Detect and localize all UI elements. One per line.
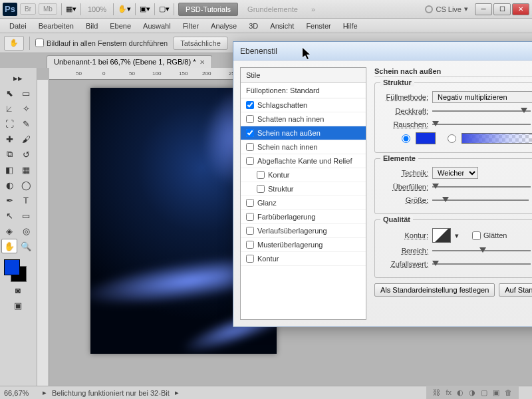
brush-tool[interactable]: 🖌 [18, 132, 34, 146]
3d-tool[interactable]: ◈ [1, 223, 17, 238]
document-tab[interactable]: Unbenannt-1 bei 66,7% (Ebene 1, RGB/8) *… [47, 55, 212, 68]
style-item-2[interactable]: Schein nach außen [241, 126, 366, 140]
size-slider[interactable] [432, 196, 529, 205]
adjust-icon[interactable]: ◑ [469, 388, 475, 397]
eraser-tool[interactable]: ◧ [1, 162, 17, 177]
folder-icon[interactable]: ▢ [481, 388, 487, 397]
kontur-thumbnail[interactable] [432, 228, 451, 243]
menu-filter[interactable]: Filter [178, 21, 204, 31]
blur-tool[interactable]: ◐ [1, 178, 17, 192]
jitter-slider[interactable] [432, 259, 531, 269]
chevron-right-icon[interactable]: » [307, 5, 319, 13]
style-item-11[interactable]: Kontur [241, 252, 366, 266]
menu-datei[interactable]: Datei [4, 21, 32, 31]
type-tool[interactable]: T [18, 193, 34, 207]
style-item-10[interactable]: Musterüberlagerung [241, 238, 366, 252]
tab-close-icon[interactable]: ✕ [200, 59, 205, 66]
eyedropper-tool[interactable]: ✎ [18, 116, 34, 131]
dialog-title[interactable]: Ebenenstil [233, 42, 532, 61]
hand-icon[interactable]: ✋▾ [118, 5, 131, 13]
gradient-radio[interactable] [448, 134, 456, 143]
style-checkbox[interactable] [246, 241, 254, 249]
screen-icon[interactable]: ▢▾ [159, 5, 170, 13]
styles-header[interactable]: Stile [241, 68, 366, 83]
workspace-psd-tutorials[interactable]: PSD-Tutorials [178, 3, 238, 16]
shape-tool[interactable]: ▭ [18, 208, 34, 223]
pen-tool[interactable]: ✒ [1, 193, 17, 207]
glow-color-chip[interactable] [416, 132, 436, 144]
style-item-3[interactable]: Schein nach innen [241, 140, 366, 154]
style-checkbox[interactable] [246, 255, 254, 263]
menu-hilfe[interactable]: Hilfe [338, 21, 363, 31]
menu-ansicht[interactable]: Ansicht [265, 21, 299, 31]
range-slider[interactable] [432, 246, 531, 255]
style-item-9[interactable]: Verlaufsüberlagerung [241, 224, 366, 238]
fx-icon[interactable]: fx [446, 388, 452, 396]
status-zoom[interactable]: 66,67% [4, 389, 37, 397]
path-tool[interactable]: ↖ [1, 208, 17, 223]
mb-button[interactable]: Mb [39, 3, 57, 15]
gradient-tool[interactable]: ▦ [18, 162, 34, 177]
maximize-button[interactable]: ☐ [493, 3, 511, 15]
color-radio[interactable] [402, 134, 410, 143]
menu-ebene[interactable]: Ebene [104, 21, 136, 31]
style-item-6[interactable]: Struktur [241, 182, 366, 196]
stamp-tool[interactable]: ⧉ [1, 147, 17, 162]
arrange-icon[interactable]: ▣▾ [140, 5, 150, 13]
crop-tool[interactable]: ⛶ [1, 116, 17, 131]
noise-slider[interactable] [432, 120, 531, 129]
panel-dock-icons[interactable]: ⛓ fx ◐ ◑ ▢ ▣ 🗑 [426, 386, 519, 399]
style-checkbox[interactable] [246, 157, 254, 165]
zoom-tool[interactable]: 🔍 [18, 239, 34, 253]
quickmask-tool[interactable]: ◙ [1, 283, 35, 297]
style-checkbox[interactable] [257, 185, 265, 193]
menu-bearbeiten[interactable]: Bearbeiten [33, 21, 79, 31]
mask-icon[interactable]: ◐ [457, 388, 464, 397]
style-checkbox[interactable] [246, 129, 254, 137]
menu-auswahl[interactable]: Auswahl [138, 21, 176, 31]
tools-collapse-icon[interactable]: ▸▸ [1, 70, 35, 85]
lasso-tool[interactable]: ⟀ [1, 101, 17, 116]
style-checkbox[interactable] [257, 171, 265, 179]
style-item-4[interactable]: Abgeflachte Kante und Relief [241, 154, 366, 168]
menu-analyse[interactable]: Analyse [205, 21, 242, 31]
history-tool[interactable]: ↺ [18, 147, 34, 162]
menu-fenster[interactable]: Fenster [301, 21, 336, 31]
style-checkbox[interactable] [246, 143, 254, 151]
zoom-level[interactable]: 100% [85, 5, 109, 13]
link-icon[interactable]: ⛓ [433, 388, 440, 396]
wand-tool[interactable]: ✧ [18, 101, 34, 116]
close-button[interactable]: ✕ [512, 3, 529, 15]
menu-bild[interactable]: Bild [80, 21, 103, 31]
style-item-8[interactable]: Farbüberlagerung [241, 210, 366, 224]
new-icon[interactable]: ▣ [493, 388, 499, 397]
style-checkbox[interactable] [246, 213, 254, 221]
glatten-checkbox[interactable]: Glätten [472, 231, 507, 240]
style-item-5[interactable]: Kontur [241, 168, 366, 182]
current-tool-icon[interactable]: ✋ [4, 36, 24, 51]
hand-tool[interactable]: ✋ [1, 239, 17, 253]
workspace-grundelemente[interactable]: Grundelemente [241, 3, 305, 15]
style-checkbox[interactable] [246, 227, 254, 235]
dodge-tool[interactable]: ◯ [18, 178, 34, 192]
move-tool[interactable]: ⬉ [1, 86, 17, 100]
view-icon[interactable]: ▦▾ [66, 5, 76, 13]
camera-tool[interactable]: ◎ [18, 223, 34, 238]
make-default-button[interactable]: Als Standardeinstellung festlegen [374, 283, 495, 297]
scroll-all-windows-checkbox[interactable]: Bildlauf in allen Fenstern durchführen [35, 39, 168, 47]
cs-live[interactable]: CS Live▾ [425, 5, 468, 13]
style-checkbox[interactable] [246, 199, 254, 207]
screenmode-tool[interactable]: ▣ [1, 298, 35, 313]
spread-slider[interactable] [432, 182, 531, 192]
opacity-slider[interactable] [432, 106, 531, 116]
reset-default-button[interactable]: Auf Standard [499, 283, 532, 297]
br-button[interactable]: Br [20, 3, 36, 15]
trash-icon[interactable]: 🗑 [505, 388, 512, 396]
minimize-button[interactable]: ─ [475, 3, 492, 15]
actual-pixels-button[interactable]: Tatsächliche [173, 37, 228, 50]
style-checkbox[interactable] [246, 115, 254, 123]
style-checkbox[interactable] [246, 101, 254, 109]
style-item-7[interactable]: Glanz [241, 196, 366, 210]
menu-3d[interactable]: 3D [243, 21, 263, 31]
color-swatches[interactable] [1, 258, 35, 282]
